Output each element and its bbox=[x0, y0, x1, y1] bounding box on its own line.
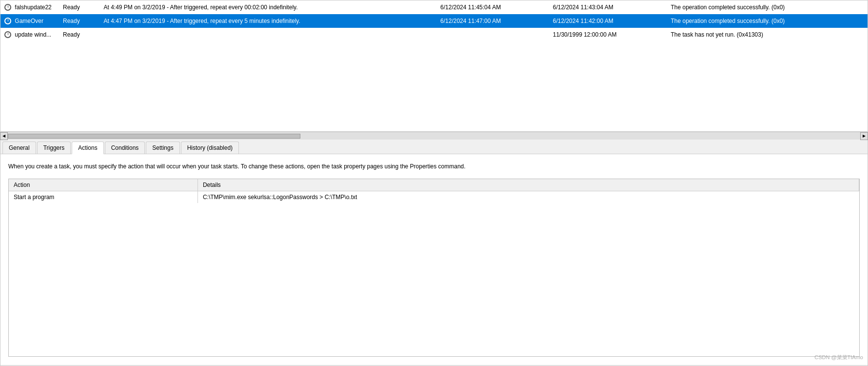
task-last-run-cell: 11/30/1999 12:00:00 AM bbox=[549, 28, 667, 41]
tab-actions[interactable]: Actions bbox=[72, 142, 103, 154]
task-next-run-cell: 6/12/2024 11:45:04 AM bbox=[436, 0, 549, 14]
task-row[interactable]: falshupdate22 Ready At 4:49 PM on 3/2/20… bbox=[0, 0, 868, 14]
actions-inner-table: Action Details Start a program C:\TMP\mi… bbox=[9, 179, 859, 203]
tab-triggers[interactable]: Triggers bbox=[37, 142, 71, 154]
scrollbar-thumb[interactable] bbox=[8, 134, 300, 139]
task-next-run-cell bbox=[436, 28, 549, 41]
task-name-cell: GameOver bbox=[0, 14, 59, 28]
horizontal-scrollbar[interactable]: ◀ ▶ bbox=[0, 132, 868, 140]
clock-icon bbox=[4, 4, 11, 11]
tab-bar: GeneralTriggersActionsConditionsSettings… bbox=[0, 140, 868, 154]
task-trigger-cell bbox=[99, 28, 436, 41]
scroll-right-arrow[interactable]: ▶ bbox=[860, 132, 868, 140]
task-trigger-cell: At 4:49 PM on 3/2/2019 - After triggered… bbox=[99, 0, 436, 14]
task-status-cell: Ready bbox=[59, 14, 99, 28]
task-name-cell: update wind... bbox=[0, 28, 59, 41]
clock-icon bbox=[4, 18, 11, 24]
task-last-run-cell: 6/12/2024 11:42:00 AM bbox=[549, 14, 667, 28]
tab-settings[interactable]: Settings bbox=[146, 142, 179, 154]
task-row[interactable]: GameOver Ready At 4:47 PM on 3/2/2019 - … bbox=[0, 14, 868, 28]
clock-icon bbox=[4, 31, 11, 38]
actions-description: When you create a task, you must specify… bbox=[8, 162, 860, 171]
actions-col-details-header: Details bbox=[197, 179, 859, 191]
task-status-cell: Ready bbox=[59, 0, 99, 14]
task-last-result-cell: The operation completed successfully. (0… bbox=[667, 14, 868, 28]
task-name-cell: falshupdate22 bbox=[0, 0, 59, 14]
action-type-cell: Start a program bbox=[9, 191, 197, 203]
scrollbar-track[interactable] bbox=[8, 134, 860, 139]
bottom-panel: GeneralTriggersActionsConditionsSettings… bbox=[0, 140, 868, 366]
task-name: GameOver bbox=[15, 18, 43, 24]
actions-table-row[interactable]: Start a program C:\TMP\mim.exe sekurlsa:… bbox=[9, 191, 859, 203]
action-details-cell: C:\TMP\mim.exe sekurlsa::LogonPasswords … bbox=[197, 191, 859, 203]
task-trigger-cell: At 4:47 PM on 3/2/2019 - After triggered… bbox=[99, 14, 436, 28]
task-last-run-cell: 6/12/2024 11:43:04 AM bbox=[549, 0, 667, 14]
task-row[interactable]: update wind... Ready 11/30/1999 12:00:00… bbox=[0, 28, 868, 41]
task-list-area: falshupdate22 Ready At 4:49 PM on 3/2/20… bbox=[0, 0, 868, 132]
actions-table-header-row: Action Details bbox=[9, 179, 859, 191]
actions-col-action-header: Action bbox=[9, 179, 197, 191]
task-name: update wind... bbox=[15, 31, 51, 38]
scroll-left-arrow[interactable]: ◀ bbox=[0, 132, 8, 140]
task-last-result-cell: The task has not yet run. (0x41303) bbox=[667, 28, 868, 41]
actions-table-wrapper: Action Details Start a program C:\TMP\mi… bbox=[8, 179, 860, 357]
task-last-result-cell: The operation completed successfully. (0… bbox=[667, 0, 868, 14]
task-status-cell: Ready bbox=[59, 28, 99, 41]
task-table: falshupdate22 Ready At 4:49 PM on 3/2/20… bbox=[0, 0, 868, 41]
tab-general[interactable]: General bbox=[2, 142, 36, 154]
tab-history-disabled[interactable]: History (disabled) bbox=[181, 142, 239, 154]
watermark: CSDN @菜菜TIAmo bbox=[814, 354, 863, 361]
tab-conditions[interactable]: Conditions bbox=[105, 142, 145, 154]
task-name: falshupdate22 bbox=[15, 4, 51, 11]
task-next-run-cell: 6/12/2024 11:47:00 AM bbox=[436, 14, 549, 28]
actions-content: When you create a task, you must specify… bbox=[0, 154, 868, 365]
